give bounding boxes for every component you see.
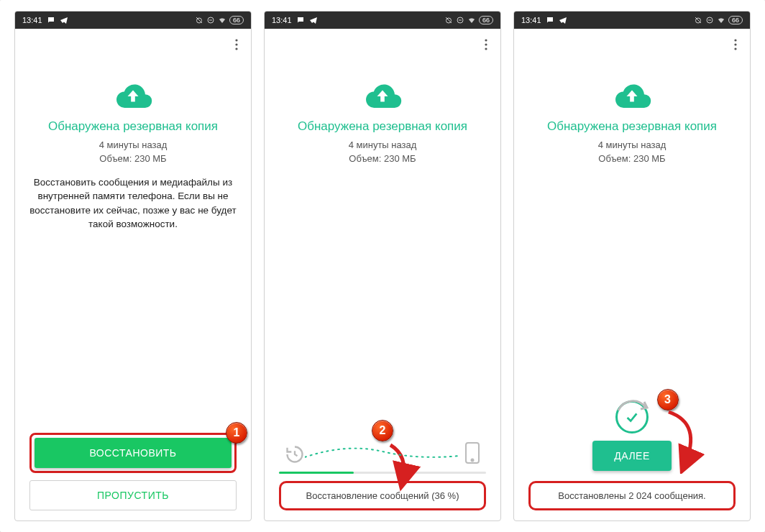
restore-description: Восстановить сообщения и медиафайлы из в… xyxy=(29,175,237,231)
bottom-progress: 2 Восстановление сообщений (36 %) xyxy=(279,441,486,520)
status-time: 13:41 xyxy=(521,16,541,24)
dotted-path xyxy=(305,446,460,460)
backup-size: Объем: 230 МБ xyxy=(99,153,166,165)
chat-icon xyxy=(296,16,305,24)
backup-time: 4 минуты назад xyxy=(598,139,666,152)
callout-badge-2: 2 xyxy=(372,420,393,441)
status-time: 13:41 xyxy=(22,16,42,24)
wifi-icon xyxy=(218,16,226,24)
bottom-done: 3 ДАЛЕЕ Восстановлены 2 024 сообщения. xyxy=(528,400,736,520)
next-button[interactable]: ДАЛЕЕ xyxy=(592,441,672,471)
restore-button[interactable]: ВОССТАНОВИТЬ xyxy=(35,438,232,468)
svg-point-7 xyxy=(485,39,487,41)
annotation-highlight: ВОССТАНОВИТЬ 1 xyxy=(29,433,237,473)
callout-badge-3: 3 xyxy=(657,389,679,411)
annotation-arrow xyxy=(663,409,720,474)
more-menu-button[interactable] xyxy=(228,36,245,53)
backup-time: 4 минуты назад xyxy=(349,139,417,152)
phone-screenshot-2: 13:41 66 Обнаружена резервная копия 4 ми… xyxy=(264,11,501,521)
restore-title: Обнаружена резервная копия xyxy=(298,119,467,134)
chat-icon xyxy=(546,16,554,24)
wifi-icon xyxy=(717,16,725,24)
status-bar: 13:41 66 xyxy=(514,12,750,29)
wifi-icon xyxy=(467,16,476,24)
more-menu-button[interactable] xyxy=(477,36,495,53)
telegram-icon xyxy=(559,16,567,24)
alarm-off-icon xyxy=(694,16,702,24)
svg-point-4 xyxy=(235,47,237,50)
dnd-icon xyxy=(206,16,215,24)
app-bar xyxy=(15,29,251,60)
svg-point-11 xyxy=(472,459,474,462)
svg-point-14 xyxy=(734,39,736,41)
svg-point-15 xyxy=(734,43,736,45)
svg-point-16 xyxy=(734,47,736,50)
callout-badge-1: 1 xyxy=(226,422,247,444)
restore-title: Обнаружена резервная копия xyxy=(48,119,218,134)
refresh-arc-icon xyxy=(611,396,653,438)
telegram-icon xyxy=(60,16,68,24)
success-checkmark xyxy=(615,400,649,434)
status-bar: 13:41 66 xyxy=(15,12,251,29)
telegram-icon xyxy=(309,16,318,24)
app-bar xyxy=(514,29,750,60)
restore-content: Обнаружена резервная копия 4 минуты наза… xyxy=(15,60,251,520)
history-icon xyxy=(285,444,305,464)
battery-indicator: 66 xyxy=(229,16,244,24)
app-bar xyxy=(265,29,500,60)
svg-point-9 xyxy=(485,47,487,50)
svg-point-2 xyxy=(235,39,237,41)
phone-icon xyxy=(464,441,480,464)
battery-indicator: 66 xyxy=(728,16,743,24)
progress-illustration xyxy=(279,441,486,470)
backup-time: 4 минуты назад xyxy=(99,139,168,152)
progress-bar xyxy=(279,472,486,474)
progress-status: Восстановление сообщений (36 %) xyxy=(279,481,486,510)
phone-screenshot-1: 13:41 66 Обнаружена резервная копия 4 ми… xyxy=(14,11,252,521)
skip-button[interactable]: ПРОПУСТИТЬ xyxy=(29,480,237,510)
cloud-upload-icon xyxy=(361,81,404,111)
done-status: Восстановлены 2 024 сообщения. xyxy=(528,481,736,510)
dnd-icon xyxy=(456,16,464,24)
backup-size: Объем: 230 МБ xyxy=(598,153,665,165)
svg-point-3 xyxy=(235,43,237,45)
status-time: 13:41 xyxy=(272,16,292,24)
cloud-upload-icon xyxy=(111,81,155,111)
status-bar: 13:41 66 xyxy=(265,12,500,29)
tutorial-canvas: 13:41 66 Обнаружена резервная копия 4 ми… xyxy=(0,0,765,532)
battery-indicator: 66 xyxy=(479,16,493,24)
alarm-off-icon xyxy=(195,16,203,24)
restore-title: Обнаружена резервная копия xyxy=(547,119,717,134)
restore-content: Обнаружена резервная копия 4 минуты наза… xyxy=(514,60,750,520)
alarm-off-icon xyxy=(444,16,453,24)
cloud-upload-icon xyxy=(610,81,654,111)
chat-icon xyxy=(47,16,55,24)
backup-size: Объем: 230 МБ xyxy=(349,153,416,165)
phone-screenshot-3: 13:41 66 Обнаружена резервная копия 4 ми… xyxy=(513,11,751,521)
restore-content: Обнаружена резервная копия 4 минуты наза… xyxy=(265,60,500,520)
bottom-actions: ВОССТАНОВИТЬ 1 ПРОПУСТИТЬ xyxy=(29,433,237,520)
svg-point-8 xyxy=(485,43,487,45)
dnd-icon xyxy=(705,16,714,24)
more-menu-button[interactable] xyxy=(727,36,744,53)
